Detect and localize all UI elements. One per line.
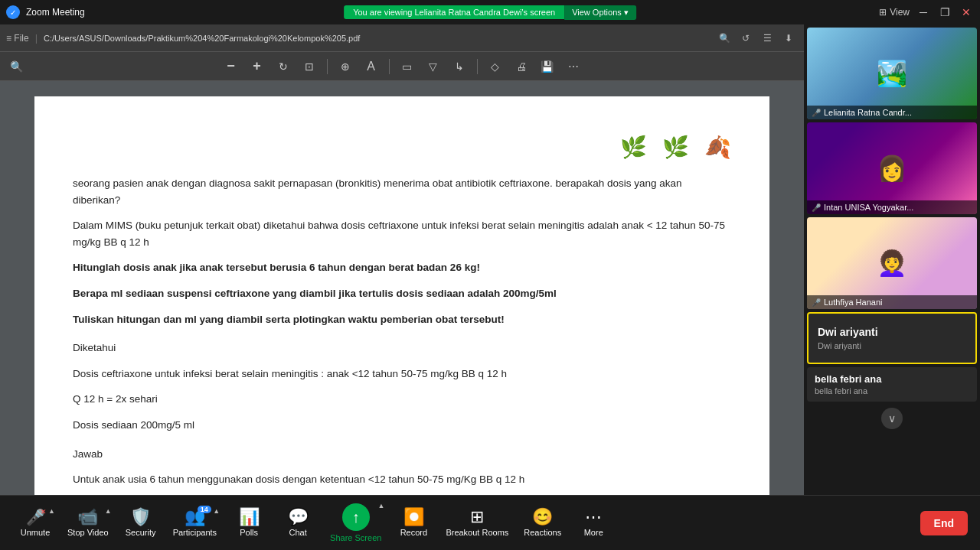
leaf-icon-3: 🍂	[704, 135, 731, 160]
title-bar-left: ✓ Zoom Meeting	[6, 5, 85, 19]
participant-name-1: Lelianita Ratna Candr...	[824, 108, 912, 117]
security-button[interactable]: 🛡️ Security	[118, 504, 164, 542]
breakout-icon: ⊞	[470, 509, 484, 526]
chat-label: Chat	[289, 528, 306, 537]
stop-video-button[interactable]: 📹 Stop Video ▲	[61, 504, 115, 542]
breakout-rooms-button[interactable]: ⊞ Breakout Rooms	[439, 504, 514, 542]
more-button[interactable]: ⋯ More	[570, 504, 616, 542]
zoom-shield-icon: ✓	[6, 5, 20, 19]
share-screen-button[interactable]: ↑ Share Screen ▲	[324, 499, 387, 547]
security-label: Security	[126, 528, 156, 537]
pdf-page: 🌿 🌿 🍂 seorang pasien anak dengan diagnos…	[34, 96, 769, 495]
leaf-icon-1: 🌿	[620, 135, 647, 160]
toolbar-separator	[327, 59, 328, 74]
form-button[interactable]: ▭	[397, 57, 417, 76]
view-label: View	[890, 7, 910, 18]
participants-count-badge: 14	[198, 506, 211, 513]
download-button[interactable]: ⬇	[779, 29, 798, 47]
bottom-toolbar: 🎤 ✕ Unmute ▲ 📹 Stop Video ▲ 🛡️ Security …	[0, 495, 980, 550]
grid-icon: ⊞	[879, 7, 887, 18]
leaf-icon-2: 🌿	[662, 135, 689, 160]
diketahui-line-3: Dosis sediaan 200mg/5 ml	[73, 417, 731, 434]
bold-line-2: Berapa ml sediaan suspensi ceftriaxone y…	[73, 285, 731, 302]
active-speaker-sub: Dwi ariyanti	[818, 341, 966, 350]
sharing-info: You are viewing Lelianita Ratna Candra D…	[344, 5, 636, 20]
section-jawab: Jawab Untuk anak usia 6 tahun menggunaka…	[73, 446, 731, 488]
participant-tile-2: 👩 🎤 Intan UNISA Yogyakar...	[807, 122, 977, 214]
bold-line-1: Hitunglah dosis anak jika anak tersebut …	[73, 259, 731, 276]
expand-participants-button[interactable]: ∨	[807, 405, 977, 432]
participant-name-2: Intan UNISA Yogyakar...	[824, 203, 913, 212]
participant-name-bar-3: 🎤 Luthfiya Hanani	[807, 295, 977, 309]
diketahui-line-2: Q 12 h = 2x sehari	[73, 391, 731, 408]
camera-icon: 📹	[77, 509, 98, 526]
more-tools-button[interactable]: ⋯	[564, 57, 583, 76]
toolbar-separator2	[389, 59, 390, 74]
unmute-button[interactable]: 🎤 ✕ Unmute ▲	[12, 504, 58, 542]
record-button[interactable]: ⏺️ Record	[390, 504, 436, 542]
sharing-badge: You are viewing Lelianita Ratna Candra D…	[344, 5, 564, 19]
search-doc-button[interactable]: 🔍	[715, 29, 733, 47]
reactions-icon: 😊	[532, 509, 553, 526]
participants-sidebar: 🏞️ 🎤 Lelianita Ratna Candr... 👩 🎤 Intan …	[804, 24, 980, 495]
mute-icon-1: 🎤	[812, 109, 821, 117]
erase-button[interactable]: ◇	[485, 57, 505, 76]
list-view-button[interactable]: ☰	[758, 29, 776, 47]
close-button[interactable]: ✕	[959, 5, 974, 20]
view-button[interactable]: ⊞ View	[879, 7, 910, 18]
reactions-button[interactable]: 😊 Reactions	[518, 504, 567, 542]
refresh-button[interactable]: ↺	[737, 29, 755, 47]
reactions-label: Reactions	[524, 528, 561, 537]
jawab-line-1: Untuk anak usia 6 tahun menggunakan dosi…	[73, 471, 731, 488]
share-chevron-icon: ▲	[377, 502, 384, 509]
share-screen-label: Share Screen	[330, 533, 381, 542]
share-screen-icon: ↑	[342, 503, 370, 531]
stop-video-label: Stop Video	[67, 528, 109, 537]
file-label: ≡ File	[6, 33, 29, 44]
mute-icon-3: 🎤	[812, 298, 821, 307]
participant-tile-1: 🏞️ 🎤 Lelianita Ratna Candr...	[807, 28, 977, 119]
active-speaker-tile: Dwi ariyanti Dwi ariyanti	[807, 312, 977, 364]
annotate2-button[interactable]: ↳	[449, 57, 469, 76]
pdf-text-content: seorang pasien anak dengan diagnosa saki…	[73, 175, 731, 488]
fit-page-button[interactable]: ⊡	[299, 57, 319, 76]
unmute-label: Unmute	[21, 528, 51, 537]
app-title: Zoom Meeting	[26, 7, 85, 18]
more-label: More	[584, 528, 603, 537]
print-button[interactable]: 🖨	[511, 57, 531, 76]
rotate-button[interactable]: ↻	[273, 57, 293, 76]
microphone-icon: 🎤 ✕	[26, 509, 45, 526]
select-button[interactable]: ⊕	[335, 57, 355, 76]
more-participant-sub: bella febri ana	[815, 386, 969, 395]
participants-label: Participants	[173, 528, 217, 537]
save-button[interactable]: 💾	[537, 57, 557, 76]
video-chevron-icon: ▲	[105, 507, 112, 515]
participant-name-bar-2: 🎤 Intan UNISA Yogyakar...	[807, 200, 977, 214]
active-speaker-name: Dwi ariyanti	[818, 326, 966, 338]
search-button[interactable]: 🔍	[6, 57, 26, 76]
bold-line-3: Tuliskan hitungan dan ml yang diambil se…	[73, 311, 731, 328]
pdf-content-area[interactable]: 🌿 🌿 🍂 seorang pasien anak dengan diagnos…	[0, 81, 804, 495]
file-path: C:/Users/ASUS/Downloads/Praktikum%204%20…	[44, 34, 712, 43]
participant-name-bar-1: 🎤 Lelianita Ratna Candr...	[807, 106, 977, 119]
view-options-button[interactable]: View Options ▾	[564, 5, 636, 20]
polls-button[interactable]: 📊 Polls	[226, 504, 272, 542]
title-bar: ✓ Zoom Meeting You are viewing Lelianita…	[0, 0, 980, 24]
chat-button[interactable]: 💬 Chat	[275, 504, 321, 542]
font-button[interactable]: A	[361, 57, 381, 76]
jawab-label: Jawab	[73, 446, 731, 463]
zoom-in-button[interactable]: +	[247, 57, 267, 76]
participants-chevron-icon: ▲	[213, 507, 220, 515]
annotate-button[interactable]: ▽	[423, 57, 443, 76]
breakout-label: Breakout Rooms	[446, 528, 508, 537]
restore-button[interactable]: ❐	[937, 5, 952, 20]
chevron-down-icon[interactable]: ∨	[881, 408, 903, 429]
more-participant-tile: bella febri ana bella febri ana	[807, 367, 977, 402]
paragraph-1: seorang pasien anak dengan diagnosa saki…	[73, 175, 731, 208]
participants-button[interactable]: 👥 14 Participants ▲	[167, 504, 223, 542]
minimize-button[interactable]: ─	[916, 5, 931, 20]
zoom-out-button[interactable]: −	[221, 57, 241, 76]
participants-icon-group: 👥 14	[185, 509, 205, 526]
more-icon: ⋯	[585, 509, 602, 526]
end-meeting-button[interactable]: End	[920, 511, 968, 535]
